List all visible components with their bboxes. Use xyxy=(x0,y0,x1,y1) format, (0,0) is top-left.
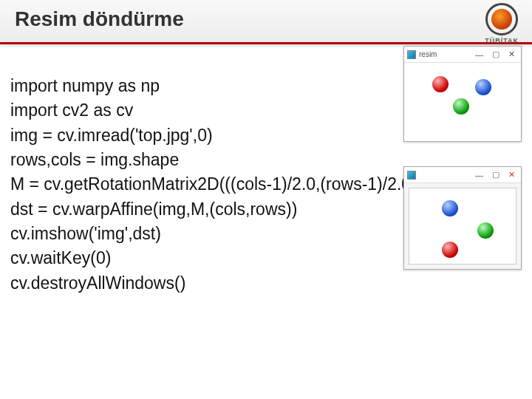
window-titlebar: resim — ▢ ✕ xyxy=(404,47,521,63)
close-icon: ✕ xyxy=(505,170,518,180)
maximize-icon: ▢ xyxy=(489,170,502,180)
app-icon xyxy=(407,50,416,59)
slide-content: import numpy as np import cv2 as cv img … xyxy=(0,44,532,399)
image-canvas xyxy=(404,183,521,269)
minimize-icon: — xyxy=(472,50,486,59)
maximize-icon: ▢ xyxy=(489,50,502,59)
ball-red-icon xyxy=(432,76,449,92)
ball-green-icon xyxy=(453,98,469,115)
ball-red-icon xyxy=(442,242,458,258)
code-line: cv.destroyAllWindows() xyxy=(10,271,519,296)
logo-label: TÜBİTAK xyxy=(485,37,519,44)
window-title: resim xyxy=(419,50,437,58)
logo-block: TÜBİTAK xyxy=(485,3,519,44)
slide-header: Resim döndürme TÜBİTAK xyxy=(0,0,532,44)
tubitak-logo-icon xyxy=(485,3,518,35)
window-titlebar: — ▢ ✕ xyxy=(404,167,521,183)
preview-window-original: resim — ▢ ✕ xyxy=(403,46,522,142)
page-title: Resim döndürme xyxy=(15,7,184,31)
ball-blue-icon xyxy=(442,200,458,216)
image-canvas xyxy=(404,63,521,141)
ball-blue-icon xyxy=(475,79,491,95)
ball-green-icon xyxy=(477,222,494,239)
app-icon xyxy=(407,171,416,180)
minimize-icon: — xyxy=(472,171,486,180)
close-icon: ✕ xyxy=(505,50,518,59)
preview-window-rotated: — ▢ ✕ xyxy=(403,166,522,270)
